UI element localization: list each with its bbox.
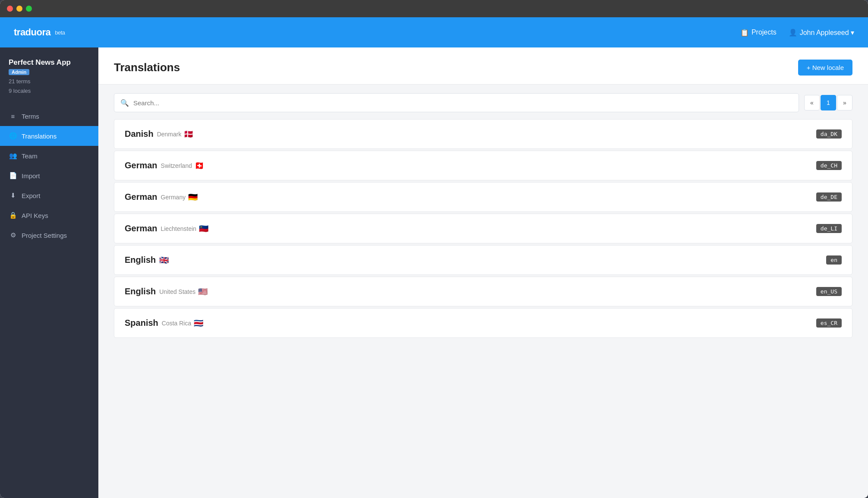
main-layout: Perfect News App Admin 21 terms 9 locale… bbox=[0, 47, 868, 498]
locale-name: Danish bbox=[125, 129, 154, 139]
pagination-current[interactable]: 1 bbox=[821, 95, 836, 110]
locale-name: German bbox=[125, 161, 157, 170]
sidebar-item-import[interactable]: 📄 Import bbox=[0, 166, 98, 186]
titlebar bbox=[0, 0, 868, 17]
page-title: Translations bbox=[114, 61, 180, 74]
locale-row[interactable]: GermanSwitzerland🇨🇭de_CH bbox=[114, 151, 852, 180]
locale-code: en bbox=[826, 255, 842, 265]
locale-code: de_DE bbox=[816, 192, 842, 202]
api-keys-icon: 🔒 bbox=[9, 211, 17, 220]
search-input-wrap: 🔍 bbox=[114, 93, 799, 112]
locale-flag: 🇱🇮 bbox=[199, 224, 208, 233]
sidebar-item-project-settings[interactable]: ⚙ Project Settings bbox=[0, 225, 98, 245]
user-menu[interactable]: 👤 John Appleseed ▾ bbox=[789, 28, 854, 37]
locales-count: 9 locales bbox=[9, 86, 90, 96]
user-icon: 👤 bbox=[789, 28, 797, 37]
locale-code: en_US bbox=[816, 287, 842, 296]
search-bar: 🔍 « 1 » bbox=[98, 85, 868, 116]
sidebar-item-label-export: Export bbox=[22, 192, 40, 199]
sidebar-item-translations[interactable]: 🌐 Translations bbox=[0, 126, 98, 146]
export-icon: ⬇ bbox=[9, 191, 17, 200]
locale-flag: 🇨🇭 bbox=[195, 161, 204, 170]
locale-flag: 🇺🇸 bbox=[198, 287, 208, 296]
locale-row[interactable]: GermanGermany🇩🇪de_DE bbox=[114, 182, 852, 212]
team-icon: 👥 bbox=[9, 151, 17, 160]
projects-icon: 📋 bbox=[740, 28, 749, 37]
pagination-next[interactable]: » bbox=[837, 95, 852, 110]
app-window: traduora beta 📋 Projects 👤 John Applesee… bbox=[0, 0, 868, 498]
sidebar-item-terms[interactable]: ≡ Terms bbox=[0, 106, 98, 126]
locale-flag: 🇬🇧 bbox=[159, 255, 169, 265]
projects-link[interactable]: 📋 Projects bbox=[740, 28, 777, 37]
locale-name: Spanish bbox=[125, 318, 158, 328]
locale-code: es_CR bbox=[816, 318, 842, 328]
locale-code: de_CH bbox=[816, 161, 842, 170]
sidebar-item-label-project-settings: Project Settings bbox=[22, 232, 67, 239]
sidebar-item-label-api-keys: API Keys bbox=[22, 212, 48, 219]
locale-region: Germany bbox=[161, 194, 186, 201]
locale-region: Liechtenstein bbox=[161, 225, 197, 232]
sidebar-item-label-terms: Terms bbox=[22, 113, 39, 120]
user-label: John Appleseed ▾ bbox=[800, 28, 854, 37]
search-icon: 🔍 bbox=[120, 99, 129, 107]
sidebar-nav: ≡ Terms 🌐 Translations 👥 Team 📄 Import ⬇ bbox=[0, 106, 98, 245]
project-badge: Admin bbox=[9, 69, 29, 75]
brand-logo: traduora beta bbox=[14, 27, 65, 38]
locale-row[interactable]: DanishDenmark🇩🇰da_DK bbox=[114, 119, 852, 149]
project-settings-icon: ⚙ bbox=[9, 231, 17, 240]
locale-name: German bbox=[125, 224, 157, 233]
sidebar-item-export[interactable]: ⬇ Export bbox=[0, 186, 98, 205]
locale-code: de_LI bbox=[816, 224, 842, 233]
translations-icon: 🌐 bbox=[9, 132, 17, 140]
brand-name: traduora bbox=[14, 27, 50, 38]
locale-row[interactable]: English🇬🇧en bbox=[114, 245, 852, 275]
pagination: « 1 » bbox=[804, 95, 852, 110]
locale-code: da_DK bbox=[816, 129, 842, 139]
minimize-button[interactable] bbox=[16, 6, 22, 12]
sidebar-item-label-import: Import bbox=[22, 172, 40, 180]
locale-name: English bbox=[125, 287, 156, 296]
projects-label: Projects bbox=[752, 28, 777, 36]
sidebar-project: Perfect News App Admin 21 terms 9 locale… bbox=[0, 58, 98, 106]
locale-row[interactable]: SpanishCosta Rica🇨🇷es_CR bbox=[114, 308, 852, 338]
sidebar-item-api-keys[interactable]: 🔒 API Keys bbox=[0, 205, 98, 225]
close-button[interactable] bbox=[7, 6, 13, 12]
maximize-button[interactable] bbox=[26, 6, 32, 12]
locale-region: Denmark bbox=[157, 131, 182, 138]
locale-region: Costa Rica bbox=[162, 320, 191, 327]
locale-name: German bbox=[125, 192, 157, 202]
search-input[interactable] bbox=[133, 99, 793, 107]
brand-beta: beta bbox=[55, 29, 65, 36]
topnav-right: 📋 Projects 👤 John Appleseed ▾ bbox=[740, 28, 854, 37]
pagination-prev[interactable]: « bbox=[804, 95, 820, 110]
sidebar-item-label-translations: Translations bbox=[22, 132, 57, 140]
project-name: Perfect News App bbox=[9, 58, 90, 67]
locales-list: DanishDenmark🇩🇰da_DKGermanSwitzerland🇨🇭d… bbox=[98, 116, 868, 355]
sidebar-item-team[interactable]: 👥 Team bbox=[0, 146, 98, 166]
locale-flag: 🇩🇰 bbox=[184, 129, 193, 139]
locale-flag: 🇩🇪 bbox=[188, 192, 198, 202]
content-area: Translations + New locale 🔍 « 1 » Danish… bbox=[98, 47, 868, 498]
sidebar-item-label-team: Team bbox=[22, 152, 38, 160]
new-locale-button[interactable]: + New locale bbox=[798, 60, 852, 76]
content-header: Translations + New locale bbox=[98, 47, 868, 85]
top-navigation: traduora beta 📋 Projects 👤 John Applesee… bbox=[0, 17, 868, 47]
import-icon: 📄 bbox=[9, 171, 17, 180]
locale-row[interactable]: GermanLiechtenstein🇱🇮de_LI bbox=[114, 214, 852, 243]
locale-row[interactable]: EnglishUnited States🇺🇸en_US bbox=[114, 277, 852, 306]
locale-name: English bbox=[125, 255, 156, 265]
terms-count: 21 terms bbox=[9, 77, 90, 86]
locale-region: United States bbox=[159, 288, 195, 295]
locale-region: Switzerland bbox=[161, 162, 192, 169]
terms-icon: ≡ bbox=[9, 112, 17, 120]
locale-flag: 🇨🇷 bbox=[194, 318, 203, 328]
sidebar: Perfect News App Admin 21 terms 9 locale… bbox=[0, 47, 98, 498]
